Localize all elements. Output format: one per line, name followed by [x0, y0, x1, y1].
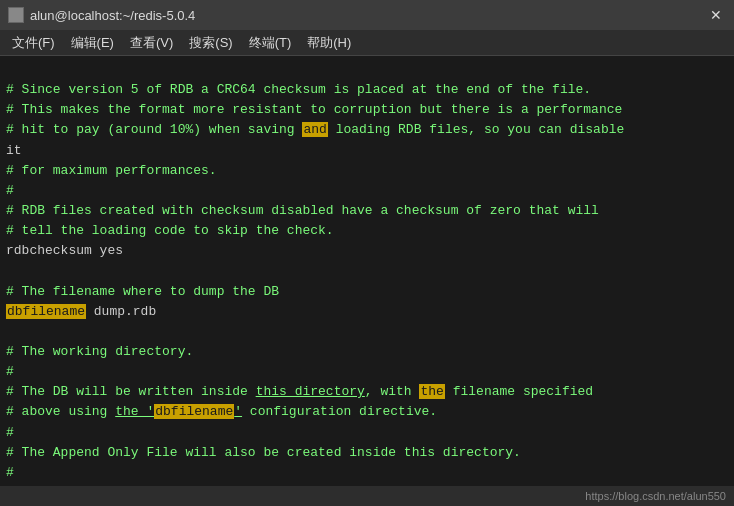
- line-12: # The working directory.: [6, 344, 193, 359]
- line-1: # Since version 5 of RDB a CRC64 checksu…: [6, 82, 591, 97]
- window-title: alun@localhost:~/redis-5.0.4: [30, 8, 195, 23]
- line-7: # RDB files created with checksum disabl…: [6, 203, 599, 218]
- line-5: # for maximum performances.: [6, 163, 217, 178]
- code-display: # Since version 5 of RDB a CRC64 checksu…: [6, 60, 728, 486]
- line-9: rdbchecksum yes: [6, 243, 123, 258]
- statusbar-url: https://blog.csdn.net/alun550: [585, 490, 726, 502]
- line-17: # The Append Only File will also be crea…: [6, 445, 521, 460]
- line-14: # The DB will be written inside this dir…: [6, 384, 593, 399]
- menu-view[interactable]: 查看(V): [122, 32, 181, 54]
- menu-edit[interactable]: 编辑(E): [63, 32, 122, 54]
- line-2: # This makes the format more resistant t…: [6, 102, 622, 117]
- highlight-the: the: [419, 384, 444, 399]
- titlebar: alun@localhost:~/redis-5.0.4 ✕: [0, 0, 734, 30]
- line-6: #: [6, 183, 14, 198]
- menu-help[interactable]: 帮助(H): [299, 32, 359, 54]
- underline-this: this directory: [256, 384, 365, 399]
- close-button[interactable]: ✕: [706, 7, 726, 23]
- menubar: 文件(F) 编辑(E) 查看(V) 搜索(S) 终端(T) 帮助(H): [0, 30, 734, 56]
- line-16: #: [6, 425, 14, 440]
- line-19: # Note that you must specify a directory…: [6, 485, 497, 486]
- titlebar-left: alun@localhost:~/redis-5.0.4: [8, 7, 195, 23]
- line-11: dbfilename dump.rdb: [6, 304, 156, 319]
- line-13: #: [6, 364, 14, 379]
- highlight-and: and: [302, 122, 327, 137]
- line-4: it: [6, 143, 22, 158]
- line-8: # tell the loading code to skip the chec…: [6, 223, 334, 238]
- menu-terminal[interactable]: 终端(T): [241, 32, 300, 54]
- terminal-content[interactable]: # Since version 5 of RDB a CRC64 checksu…: [0, 56, 734, 486]
- underline-the: the ': [115, 404, 154, 419]
- line-3: # hit to pay (around 10%) when saving an…: [6, 122, 624, 137]
- highlight-dbfilename2: dbfilename: [154, 404, 234, 419]
- terminal-window: alun@localhost:~/redis-5.0.4 ✕ 文件(F) 编辑(…: [0, 0, 734, 506]
- statusbar: https://blog.csdn.net/alun550: [0, 486, 734, 506]
- menu-search[interactable]: 搜索(S): [181, 32, 240, 54]
- line-10: # The filename where to dump the DB: [6, 284, 279, 299]
- menu-file[interactable]: 文件(F): [4, 32, 63, 54]
- highlight-dbfilename: dbfilename: [6, 304, 86, 319]
- line-18: #: [6, 465, 14, 480]
- window-icon: [8, 7, 24, 23]
- line-15: # above using the 'dbfilename' configura…: [6, 404, 437, 419]
